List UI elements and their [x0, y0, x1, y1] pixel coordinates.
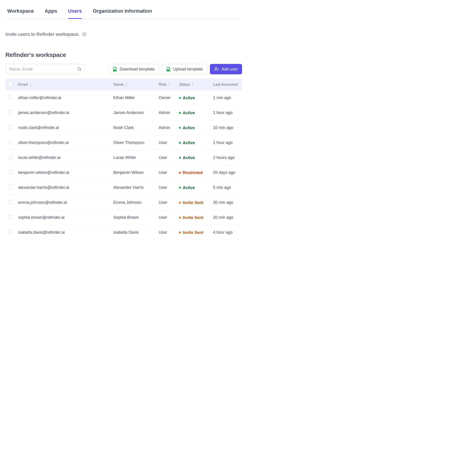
table-row: lucas.white@refinder.aiLucas WhiteUserAc… — [5, 150, 242, 165]
invite-users-text: Invite users to Refinder workspace. ! — [5, 32, 242, 37]
tab-workspace[interactable]: Workspace — [7, 5, 34, 19]
status-badge: Active — [179, 111, 195, 115]
cell-name: Lucas White — [111, 150, 156, 165]
status-badge: Restricted — [179, 170, 203, 175]
select-all-checkbox[interactable] — [8, 82, 13, 86]
tab-organization-information[interactable]: Organization Information — [93, 5, 152, 19]
csv-upload-icon: CSV — [166, 67, 171, 72]
invite-users-label: Invite users to Refinder workspace. — [5, 32, 80, 37]
cell-last-accessed: 1 hour ago — [210, 135, 242, 150]
add-user-icon — [214, 67, 219, 72]
search-icon — [77, 67, 82, 71]
cell-last-accessed: 20 min ago — [210, 210, 242, 225]
cell-status: Invite Sent — [176, 195, 210, 210]
cell-email: sophia.brown@refinder.ai — [16, 210, 111, 225]
row-checkbox[interactable] — [8, 125, 13, 129]
status-label: Invite Sent — [183, 215, 203, 220]
column-header-last: Last Accessed — [213, 82, 238, 87]
cell-last-accessed: 30 min ago — [210, 195, 242, 210]
cell-status: Invite Sent — [176, 225, 210, 240]
column-header-email-label: Email — [18, 82, 28, 87]
tabs: WorkspaceAppsUsersOrganization Informati… — [5, 5, 242, 19]
cell-role: User — [156, 150, 176, 165]
sort-icon — [29, 83, 32, 86]
toolbar: CSV Download template CSV Upload templat… — [5, 64, 242, 74]
cell-last-accessed: 1 min ago — [210, 90, 242, 105]
row-checkbox[interactable] — [8, 230, 13, 234]
cell-email: noah.clark@refinder.ai — [16, 120, 111, 135]
workspace-heading: Refinder's workspace — [5, 51, 242, 58]
tab-label: Users — [68, 8, 82, 14]
row-checkbox[interactable] — [8, 170, 13, 174]
table-row: james.anderson@refinder.aiJames Anderson… — [5, 105, 242, 120]
status-badge: Active — [179, 155, 195, 160]
status-dot-icon — [179, 202, 181, 204]
cell-last-accessed: 1 hour ago — [210, 105, 242, 120]
column-header-role-label: Role — [159, 82, 167, 87]
cell-status: Invite Sent — [176, 210, 210, 225]
cell-email: oliver.thompson@refinder.ai — [16, 135, 111, 150]
status-label: Invite Sent — [183, 230, 203, 235]
status-dot-icon — [179, 142, 181, 144]
row-checkbox[interactable] — [8, 200, 13, 204]
status-label: Active — [183, 126, 195, 130]
row-checkbox[interactable] — [8, 95, 13, 100]
status-badge: Active — [179, 96, 195, 101]
column-header-status[interactable]: Status — [179, 82, 194, 87]
table-row: isabella.davis@refinder.aiIsabella Davis… — [5, 225, 242, 240]
add-user-label: Add user — [221, 67, 238, 72]
cell-status: Restricted — [176, 165, 210, 180]
column-header-last-label: Last Accessed — [213, 82, 238, 87]
column-header-name[interactable]: Name — [113, 82, 128, 87]
status-label: Restricted — [183, 170, 203, 175]
status-dot-icon — [179, 217, 181, 219]
tab-label: Organization Information — [93, 8, 152, 14]
search-wrap — [5, 64, 85, 74]
cell-last-accessed: 20 days ago — [210, 165, 242, 180]
cell-name: Noah Clark — [111, 120, 156, 135]
sort-icon — [125, 83, 128, 86]
upload-template-label: Upload template — [173, 67, 203, 72]
tab-apps[interactable]: Apps — [45, 5, 57, 19]
add-user-button[interactable]: Add user — [210, 64, 242, 74]
info-icon[interactable]: ! — [82, 32, 86, 36]
table-row: oliver.thompson@refinder.aiOliver Thomps… — [5, 135, 242, 150]
row-checkbox[interactable] — [8, 140, 13, 144]
cell-status: Active — [176, 90, 210, 105]
cell-status: Active — [176, 180, 210, 195]
tab-users[interactable]: Users — [68, 5, 82, 19]
table-row: ethan.miller@refinder.aiEthan MillerOwne… — [5, 90, 242, 105]
row-checkbox[interactable] — [8, 110, 13, 115]
status-badge: Active — [179, 126, 195, 130]
cell-name: Oliver Thompson — [111, 135, 156, 150]
status-label: Active — [183, 96, 195, 101]
status-dot-icon — [179, 172, 181, 174]
cell-last-accessed: 5 min ago — [210, 180, 242, 195]
column-header-role[interactable]: Role — [159, 82, 171, 87]
column-header-email[interactable]: Email — [18, 82, 32, 87]
search-input[interactable] — [5, 64, 85, 74]
cell-role: Admin — [156, 105, 176, 120]
cell-status: Active — [176, 135, 210, 150]
cell-name: James Anderson — [111, 105, 156, 120]
cell-role: User — [156, 165, 176, 180]
row-checkbox[interactable] — [8, 185, 13, 189]
cell-status: Active — [176, 120, 210, 135]
cell-name: Isabella Davis — [111, 225, 156, 240]
download-template-button[interactable]: CSV Download template — [108, 64, 159, 74]
status-dot-icon — [179, 127, 181, 129]
cell-email: ethan.miller@refinder.ai — [16, 90, 111, 105]
column-header-status-label: Status — [179, 82, 190, 87]
table-row: noah.clark@refinder.aiNoah ClarkAdminAct… — [5, 120, 242, 135]
svg-text:CSV: CSV — [114, 70, 116, 71]
row-checkbox[interactable] — [8, 215, 13, 219]
sort-icon — [191, 83, 194, 86]
table-header-row: Email Name Role — [5, 78, 242, 90]
cell-email: alexander.harris@refinder.ai — [16, 180, 111, 195]
status-badge: Invite Sent — [179, 200, 203, 205]
cell-role: User — [156, 135, 176, 150]
upload-template-button[interactable]: CSV Upload template — [162, 64, 207, 74]
row-checkbox[interactable] — [8, 155, 13, 159]
cell-email: isabella.davis@refinder.ai — [16, 225, 111, 240]
cell-role: User — [156, 225, 176, 240]
